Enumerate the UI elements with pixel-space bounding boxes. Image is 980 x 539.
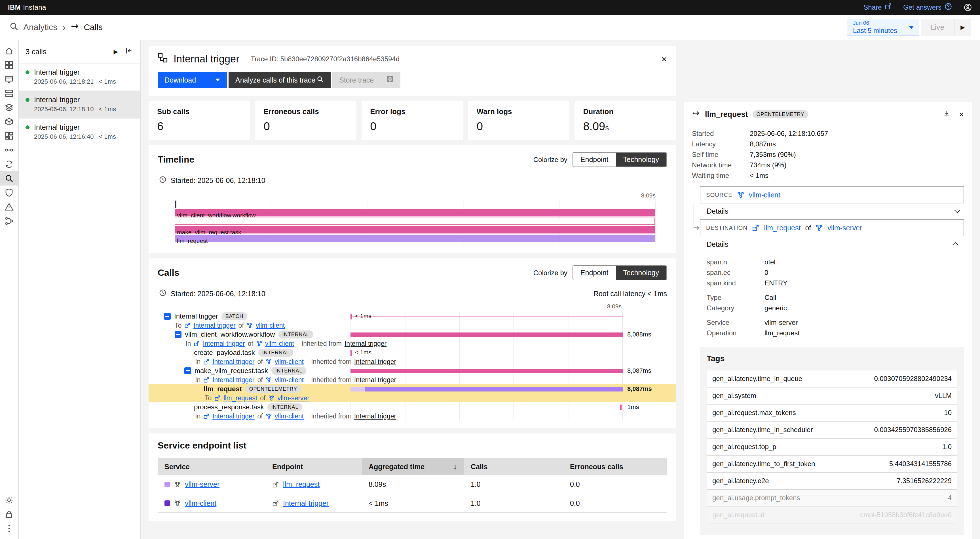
service-link[interactable]: vllm-server <box>185 480 220 488</box>
list-item-selected[interactable]: Internal trigger 2025-06-06, 12:18:10< 1… <box>19 91 140 118</box>
breadcrumb-analytics[interactable]: Analytics <box>9 22 57 33</box>
trace-icon <box>158 53 168 65</box>
inherited-link[interactable]: Internal trigger <box>354 376 396 384</box>
clock-icon <box>159 175 167 185</box>
endpoint-icon <box>203 377 210 383</box>
share-button[interactable]: Share <box>864 3 892 12</box>
list-item[interactable]: Internal trigger 2025-06-06, 12:18:21< 1… <box>19 63 140 91</box>
call-row-make-request[interactable]: make_vllm_request.task INTERNAL 8,087ms <box>158 366 667 376</box>
inherited-link[interactable]: Internal trigger <box>354 413 396 420</box>
colorize-by-label: Colorize by <box>533 156 567 164</box>
service-link[interactable]: vllm-client <box>256 322 285 329</box>
endpoint-link[interactable]: Internal trigger <box>212 358 255 366</box>
download-button[interactable]: Download <box>158 72 227 88</box>
endpoint-link[interactable]: Internal trigger <box>212 413 255 420</box>
service-link[interactable]: vllm-client <box>265 340 294 348</box>
call-title: Internal trigger <box>34 123 133 131</box>
endpoint-link[interactable]: Internal trigger <box>193 322 235 329</box>
rail-item-containers-icon[interactable] <box>0 115 18 129</box>
timeline-bar-workflow[interactable]: vllm_client_workflow.workflow <box>175 209 655 217</box>
source-service-link[interactable]: vllm-client <box>749 191 780 199</box>
collapse-checkbox[interactable] <box>184 367 191 374</box>
call-row-process-response[interactable]: process_response.task INTERNAL 1ms <box>158 402 667 412</box>
endpoint-icon <box>203 359 210 365</box>
call-name: create_payload.task <box>194 349 255 357</box>
download-icon[interactable] <box>943 109 951 120</box>
rail-item-security-icon[interactable] <box>0 185 18 200</box>
service-icon <box>266 413 272 419</box>
service-link[interactable]: vllm-client <box>185 499 216 507</box>
timeline-title: Timeline <box>158 154 194 165</box>
breadcrumb-calls[interactable]: Calls <box>71 22 103 33</box>
rail-item-home-icon[interactable] <box>0 44 18 58</box>
close-trace-icon[interactable]: × <box>661 54 667 64</box>
call-row-llm-request-selected[interactable]: llm_request OPENTELEMETRY 8,087ms <box>158 384 667 394</box>
store-trace-button[interactable]: Store trace <box>332 72 400 88</box>
rail-item-websites-icon[interactable] <box>0 72 18 86</box>
endpoint-link[interactable]: Internal trigger <box>283 499 329 507</box>
analyze-calls-button[interactable]: Analyze calls of this trace <box>229 72 331 88</box>
service-link[interactable]: vllm-server <box>277 394 309 402</box>
rail-item-pipelines-icon[interactable] <box>0 143 18 157</box>
service-link[interactable]: vllm-client <box>275 376 304 384</box>
play-icon[interactable]: ▶ <box>114 48 118 55</box>
source-details-toggle[interactable]: Details <box>700 203 964 219</box>
rail-item-kubernetes-icon[interactable] <box>0 100 18 115</box>
column-header-aggregated-time[interactable]: Aggregated time↓ <box>362 458 464 475</box>
table-row[interactable]: vllm-client Internal trigger < 1ms 1.0 0… <box>158 494 667 513</box>
call-latency-value: 1ms <box>623 403 639 411</box>
endpoint-link[interactable]: llm_request <box>283 480 320 488</box>
rail-item-events-icon[interactable] <box>0 200 18 214</box>
list-item[interactable]: Internal trigger 2025-06-06, 12:16:40< 1… <box>19 118 140 145</box>
tag-row: gen_ai.request.top_p1.0 <box>706 439 957 456</box>
analytics-icon <box>9 22 19 33</box>
collapse-panel-icon[interactable] <box>125 46 133 57</box>
rail-item-flows-icon[interactable] <box>0 214 18 228</box>
column-header-service[interactable]: Service <box>158 458 266 475</box>
timeline-bar-llm-request[interactable]: llm_request <box>175 234 655 242</box>
inherited-link[interactable]: Internal trigger <box>354 358 396 366</box>
time-range-picker[interactable]: Jun 06 Last 5 minutes <box>847 19 919 36</box>
call-row-create-payload[interactable]: create_payload.task INTERNAL < 1ms <box>158 348 667 357</box>
destination-service-link[interactable]: vllm-server <box>827 224 862 232</box>
get-answers-label: Get answers <box>903 3 942 11</box>
timeline-root-tick[interactable] <box>175 201 177 208</box>
latency-bar <box>350 366 623 376</box>
live-play-button[interactable]: ▶ <box>954 19 971 36</box>
service-link[interactable]: vllm-client <box>275 358 304 366</box>
switch-technology[interactable]: Technology <box>616 266 667 280</box>
destination-details-toggle[interactable]: Details <box>700 236 964 252</box>
call-row-workflow[interactable]: vllm_client_workflow.workflow INTERNAL 8… <box>158 330 667 339</box>
get-answers-button[interactable]: Get answers <box>903 3 952 12</box>
column-header-calls[interactable]: Calls <box>464 458 563 475</box>
rail-item-settings-icon[interactable] <box>0 493 18 507</box>
endpoint-link[interactable]: Internal trigger <box>212 376 255 384</box>
column-header-endpoint[interactable]: Endpoint <box>266 458 362 475</box>
destination-endpoint-link[interactable]: llm_request <box>764 224 800 232</box>
rail-item-applications-icon[interactable] <box>0 58 18 72</box>
timeline-bar-outline[interactable] <box>175 218 655 225</box>
call-subline: In Internal trigger of vllm-client Inher… <box>158 376 667 384</box>
endpoint-link[interactable]: llm_request <box>223 394 257 402</box>
call-row-internal-trigger[interactable]: Internal trigger BATCH < 1ms <box>158 311 667 321</box>
table-row[interactable]: vllm-server llm_request 8.09s 1.0 0.0 <box>158 475 667 494</box>
collapse-checkbox[interactable] <box>164 313 171 320</box>
close-panel-icon[interactable]: × <box>959 110 964 119</box>
switch-endpoint[interactable]: Endpoint <box>573 266 616 280</box>
user-avatar-icon[interactable] <box>964 3 972 12</box>
column-header-erroneous-calls[interactable]: Erroneous calls <box>563 458 667 475</box>
collapse-checkbox[interactable] <box>175 331 181 338</box>
rail-item-more-icon[interactable] <box>0 521 18 536</box>
tag-row: gen_ai.latency.e2e7.3516526222229 <box>706 473 957 490</box>
rail-item-dashboards-icon[interactable] <box>0 129 18 143</box>
service-link[interactable]: vllm-client <box>275 413 304 420</box>
timeline-bar-make-request[interactable]: make_vllm_request.task <box>175 226 655 233</box>
rail-item-automation-icon[interactable] <box>0 157 18 171</box>
rail-item-lock-icon[interactable] <box>0 507 18 521</box>
endpoint-link[interactable]: Internal trigger <box>203 340 245 348</box>
inherited-link[interactable]: Internal trigger <box>345 340 387 348</box>
rail-item-analytics-icon[interactable] <box>0 171 18 185</box>
switch-endpoint[interactable]: Endpoint <box>573 153 616 166</box>
rail-item-infrastructure-icon[interactable] <box>0 86 18 100</box>
switch-technology[interactable]: Technology <box>616 153 667 166</box>
